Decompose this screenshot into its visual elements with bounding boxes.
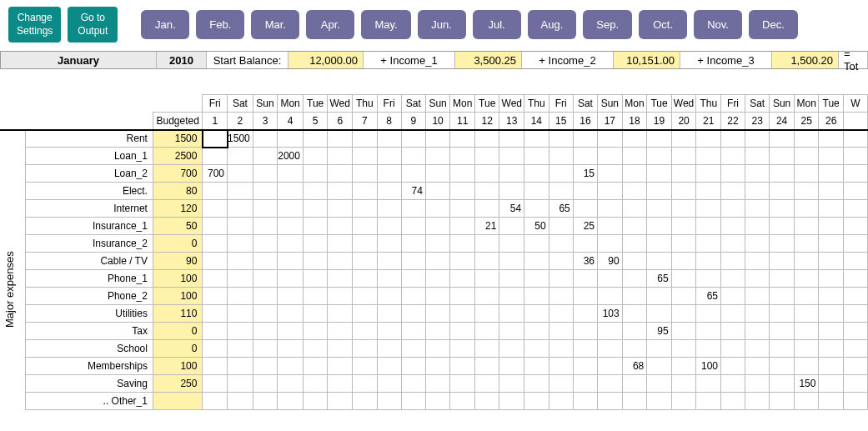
day-cell[interactable] xyxy=(819,393,843,410)
day-cell[interactable] xyxy=(353,323,377,340)
month-tab-jan[interactable]: Jan. xyxy=(141,10,189,39)
day-cell[interactable] xyxy=(598,393,623,410)
day-cell[interactable] xyxy=(303,130,327,148)
day-cell[interactable] xyxy=(425,288,450,305)
day-cell[interactable] xyxy=(622,200,647,218)
day-cell[interactable] xyxy=(474,393,499,410)
day-cell[interactable] xyxy=(598,183,623,200)
day-cell[interactable] xyxy=(253,288,278,305)
day-cell[interactable] xyxy=(353,200,377,218)
day-cell[interactable] xyxy=(203,375,228,393)
day-cell[interactable] xyxy=(253,393,278,410)
day-cell[interactable] xyxy=(328,253,353,270)
day-cell[interactable] xyxy=(499,323,524,340)
day-cell[interactable] xyxy=(450,235,475,253)
day-cell[interactable] xyxy=(745,253,770,270)
day-cell[interactable] xyxy=(328,130,353,148)
day-cell[interactable] xyxy=(203,148,228,165)
day-cell[interactable] xyxy=(303,358,327,375)
day-cell[interactable]: 21 xyxy=(474,218,499,235)
day-cell[interactable] xyxy=(401,235,425,253)
month-tab-aug[interactable]: Aug. xyxy=(528,10,577,39)
day-cell[interactable] xyxy=(819,218,843,235)
day-cell[interactable] xyxy=(598,148,623,165)
budget-cell[interactable]: 700 xyxy=(153,165,203,183)
day-cell[interactable] xyxy=(696,375,721,393)
day-cell[interactable] xyxy=(353,358,377,375)
day-cell[interactable] xyxy=(696,340,721,358)
day-cell[interactable] xyxy=(671,358,696,375)
day-cell[interactable] xyxy=(401,323,425,340)
day-cell[interactable] xyxy=(721,288,745,305)
day-cell[interactable] xyxy=(253,200,278,218)
day-cell[interactable] xyxy=(499,288,524,305)
day-cell[interactable] xyxy=(303,218,327,235)
day-cell[interactable] xyxy=(303,165,327,183)
day-cell[interactable] xyxy=(377,305,401,323)
day-cell[interactable] xyxy=(524,323,549,340)
day-cell[interactable] xyxy=(450,148,475,165)
day-cell[interactable] xyxy=(622,148,647,165)
day-cell[interactable] xyxy=(647,340,671,358)
day-cell[interactable] xyxy=(819,305,843,323)
budget-cell[interactable]: 100 xyxy=(153,358,203,375)
day-cell[interactable] xyxy=(353,393,377,410)
day-cell[interactable] xyxy=(450,393,475,410)
day-cell[interactable] xyxy=(622,130,647,148)
day-cell[interactable] xyxy=(328,270,353,288)
day-cell[interactable] xyxy=(598,200,623,218)
day-cell[interactable] xyxy=(671,288,696,305)
day-cell[interactable] xyxy=(499,218,524,235)
month-tab-dec[interactable]: Dec. xyxy=(749,10,798,39)
day-cell[interactable] xyxy=(573,323,597,340)
day-cell[interactable] xyxy=(721,323,745,340)
day-cell[interactable] xyxy=(843,218,867,235)
day-cell[interactable] xyxy=(328,148,353,165)
day-cell[interactable]: 65 xyxy=(549,200,573,218)
day-cell[interactable] xyxy=(671,235,696,253)
day-cell[interactable] xyxy=(819,200,843,218)
day-cell[interactable] xyxy=(573,305,597,323)
day-cell[interactable] xyxy=(499,270,524,288)
day-cell[interactable] xyxy=(549,165,573,183)
day-cell[interactable] xyxy=(401,270,425,288)
day-cell[interactable]: 65 xyxy=(696,288,721,305)
day-cell[interactable] xyxy=(401,305,425,323)
day-cell[interactable] xyxy=(328,200,353,218)
day-cell[interactable] xyxy=(450,305,475,323)
day-cell[interactable] xyxy=(794,393,819,410)
month-tab-apr[interactable]: Apr. xyxy=(306,10,354,39)
day-cell[interactable] xyxy=(253,358,278,375)
day-cell[interactable] xyxy=(353,130,377,148)
day-cell[interactable] xyxy=(671,253,696,270)
day-cell[interactable] xyxy=(228,358,253,375)
day-cell[interactable] xyxy=(647,130,671,148)
income2-value[interactable]: 10,151.00 xyxy=(614,52,680,68)
day-cell[interactable] xyxy=(819,340,843,358)
day-cell[interactable] xyxy=(549,340,573,358)
day-cell[interactable] xyxy=(819,235,843,253)
day-cell[interactable] xyxy=(203,235,228,253)
day-cell[interactable] xyxy=(794,323,819,340)
day-cell[interactable] xyxy=(843,270,867,288)
day-cell[interactable] xyxy=(524,148,549,165)
day-cell[interactable] xyxy=(696,235,721,253)
income3-value[interactable]: 1,500.20 xyxy=(772,52,839,68)
day-cell[interactable] xyxy=(450,340,475,358)
day-cell[interactable] xyxy=(622,270,647,288)
day-cell[interactable] xyxy=(450,183,475,200)
day-cell[interactable] xyxy=(450,165,475,183)
day-cell[interactable] xyxy=(450,288,475,305)
day-cell[interactable] xyxy=(203,270,228,288)
day-cell[interactable]: 2000 xyxy=(278,148,304,165)
day-cell[interactable] xyxy=(549,305,573,323)
day-cell[interactable] xyxy=(671,218,696,235)
day-cell[interactable] xyxy=(770,288,795,305)
day-cell[interactable] xyxy=(377,183,401,200)
day-cell[interactable] xyxy=(253,165,278,183)
day-cell[interactable] xyxy=(696,270,721,288)
day-cell[interactable] xyxy=(474,305,499,323)
day-cell[interactable] xyxy=(573,200,597,218)
day-cell[interactable] xyxy=(843,323,867,340)
day-cell[interactable] xyxy=(499,375,524,393)
